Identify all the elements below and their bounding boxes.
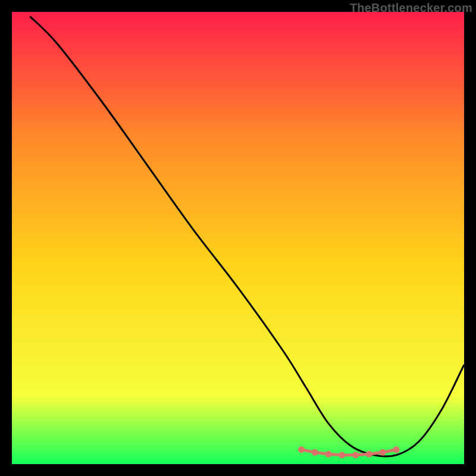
optimal-point <box>298 446 305 453</box>
optimal-point <box>366 451 372 458</box>
optimal-point <box>393 446 400 453</box>
gradient-background <box>12 12 464 464</box>
optimal-point <box>339 452 345 458</box>
bottleneck-chart <box>12 12 464 464</box>
optimal-point <box>312 449 318 456</box>
optimal-point <box>352 452 359 458</box>
watermark-text: TheBottlenecker.com <box>350 1 472 15</box>
optimal-point <box>325 451 332 458</box>
optimal-point <box>380 449 386 456</box>
